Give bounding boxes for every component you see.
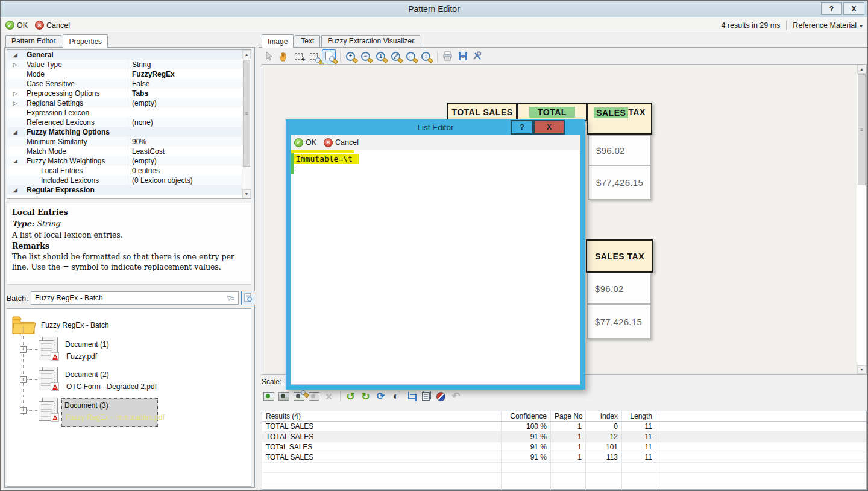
list-editor-dialog: List Editor ? X ✓OK ✕Cancel Immutable=\t [286, 119, 585, 390]
propgrid-scrollbar[interactable]: ▲ ≡ ▼ [242, 50, 251, 198]
contrast-icon[interactable]: ◐ [389, 390, 403, 404]
image-edit-toolbar: ✕ ↺ ↻ ⟳ ◐ ↶ [262, 389, 864, 404]
refresh-icon[interactable]: ⟳ [374, 390, 388, 404]
expanded-icon[interactable]: ◢ [13, 50, 22, 60]
help-remarks-label: Remarks [12, 241, 246, 252]
tab-image[interactable]: Image [262, 34, 294, 48]
window-help-button[interactable]: ? [821, 2, 842, 15]
settings-tools-icon[interactable] [471, 49, 485, 63]
viewport-scrollbar[interactable]: ▲ ≡ ▼ [857, 65, 866, 374]
property-row[interactable]: ◢Fuzzy Match Weightings(empty) [7, 156, 251, 166]
reference-material-dropdown[interactable]: Reference Material▾ [793, 21, 863, 30]
zoom-fit-width-icon[interactable]: ↔ [404, 49, 418, 63]
property-row[interactable]: Referenced Lexicons(none) [7, 118, 251, 127]
dialog-close-button[interactable]: X [533, 120, 565, 135]
pattern-editor-window: Pattern Editor ? X ✓OK ✕Cancel 4 results… [0, 0, 868, 491]
category-row[interactable]: ◢Fuzzy Matching Options [7, 127, 251, 137]
tab-properties[interactable]: Properties [63, 34, 108, 48]
zoom-in-icon[interactable]: + [344, 49, 357, 63]
expanded-icon[interactable]: ◢ [13, 185, 22, 195]
collapsed-icon[interactable]: ▷ [13, 60, 22, 69]
result-row[interactable]: TOTAL SALES91 %11211 [262, 432, 866, 442]
batch-root-item[interactable]: Fuzzy RegEx - Batch [10, 314, 245, 338]
expanded-icon[interactable]: ◢ [13, 127, 22, 137]
image-region-icon[interactable] [292, 390, 306, 404]
zoom-fit-icon[interactable]: ⤢ [389, 49, 403, 63]
scrollbar-thumb[interactable]: ≡ [858, 74, 866, 185]
expander-plus-icon[interactable]: + [20, 346, 27, 353]
scroll-up-icon[interactable]: ▲ [242, 50, 251, 59]
select-region-tool-icon[interactable]: + [292, 49, 306, 63]
rotate-ccw-icon[interactable]: ↺ [344, 390, 357, 404]
tree-item-document-2[interactable]: Document (2) OTC Form - Degraded 2.pdf [65, 370, 157, 391]
property-row[interactable]: Expression Lexicon [7, 108, 251, 118]
category-row[interactable]: ◢Regular Expression [7, 185, 251, 195]
scroll-down-icon[interactable]: ▼ [857, 365, 866, 374]
tab-pattern-editor[interactable]: Pattern Editor [5, 35, 61, 47]
property-row[interactable]: ▷Preprocessing OptionsTabs [7, 89, 251, 98]
dialog-cancel-button[interactable]: ✕Cancel [324, 138, 359, 147]
dialog-help-button[interactable]: ? [511, 120, 533, 135]
zoom-out-icon[interactable]: − [359, 49, 373, 63]
cancel-button[interactable]: ✕Cancel [35, 21, 70, 30]
crop-icon[interactable] [404, 390, 418, 404]
pointer-tool-icon[interactable] [262, 49, 275, 63]
property-row[interactable]: Match ModeLeastCost [7, 147, 251, 156]
property-row[interactable]: ModeFuzzyRegEx [7, 69, 251, 79]
col-length: Length [622, 411, 656, 421]
property-row[interactable]: Local Entries0 entries [7, 166, 251, 176]
property-row[interactable]: ▷Value TypeString [7, 60, 251, 69]
zoom-region-tool-icon[interactable] [307, 49, 321, 63]
result-row[interactable]: TOTAL SALES91 %111311 [262, 452, 866, 463]
help-type-label: Type: [12, 219, 34, 228]
pan-hand-tool-icon[interactable] [277, 49, 291, 63]
batch-tree: Fuzzy RegEx - Batch + Document (1) Fuzzy… [7, 308, 251, 487]
collapsed-icon[interactable]: ▷ [13, 98, 22, 108]
empty-row [262, 463, 866, 473]
property-row[interactable]: Minimum Similarity90% [7, 137, 251, 147]
category-row[interactable]: ◢General [7, 50, 251, 60]
property-row[interactable]: Included Lexicons(0 Lexicon objects) [7, 176, 251, 185]
batch-combo[interactable]: Fuzzy RegEx - Batch ▽≡ [31, 291, 239, 305]
result-row[interactable]: TOTAL SALES100 %1011 [262, 422, 866, 432]
doc-cell-total: TOTAL [517, 103, 587, 121]
dialog-ok-button[interactable]: ✓OK [294, 138, 316, 147]
zoom-fit-height-icon[interactable]: ↕ [419, 49, 433, 63]
copy-pages-icon[interactable] [419, 390, 433, 404]
property-row[interactable]: ▷Regional Settings(empty) [7, 98, 251, 108]
help-type-link[interactable]: String [36, 219, 60, 228]
document-preview-toggle-button[interactable] [241, 291, 256, 305]
expanded-icon[interactable]: ◢ [13, 156, 22, 166]
tree-item-file: Fuzzy.pdf [65, 352, 109, 361]
show-processed-image-icon[interactable] [277, 390, 291, 404]
property-row[interactable]: Case SensitiveFalse [7, 79, 251, 89]
print-icon[interactable] [441, 49, 454, 63]
scroll-up-icon[interactable]: ▲ [857, 65, 866, 74]
highlight-strip [291, 150, 354, 153]
collapsed-icon[interactable]: ▷ [13, 89, 22, 98]
tab-text[interactable]: Text [295, 35, 320, 47]
result-row[interactable]: TOTaL SALES91 %110111 [262, 442, 866, 452]
ok-button[interactable]: ✓OK [5, 21, 28, 30]
expander-plus-icon[interactable]: + [20, 376, 27, 383]
toolbar-separator [340, 51, 341, 62]
window-close-button[interactable]: X [843, 2, 864, 15]
tree-item-document-3-selected[interactable]: Document (3) Fuzzy RegEx - Immutables.pd… [61, 398, 158, 427]
zoom-actual-size-icon[interactable]: 1 [374, 49, 388, 63]
expander-plus-icon[interactable]: + [20, 407, 27, 414]
match-highlight: TOTAL [529, 107, 575, 118]
scroll-down-icon[interactable]: ▼ [242, 189, 251, 198]
tab-fuzzy-extraction-visualizer[interactable]: Fuzzy Extraction Visualizer [321, 35, 420, 47]
list-editor-textarea[interactable]: Immutable=\t [291, 150, 580, 385]
right-tabs: Image Text Fuzzy Extraction Visualizer [262, 34, 421, 47]
property-help-panel: Local Entries Type: String A list of loc… [7, 203, 251, 285]
scrollbar-thumb[interactable]: ≡ [243, 60, 250, 167]
results-header-row[interactable]: Results (4) Confidence Page No Index Len… [262, 411, 866, 422]
filter-funnel-icon[interactable]: ▽≡ [227, 295, 234, 302]
rotate-cw-icon[interactable]: ↻ [359, 390, 373, 404]
tree-item-document-1[interactable]: Document (1) Fuzzy.pdf [65, 340, 109, 361]
invert-colors-icon[interactable] [434, 390, 448, 404]
save-icon[interactable] [456, 49, 470, 63]
show-original-image-icon[interactable] [262, 390, 275, 404]
fit-page-tool-icon[interactable] [322, 49, 336, 63]
